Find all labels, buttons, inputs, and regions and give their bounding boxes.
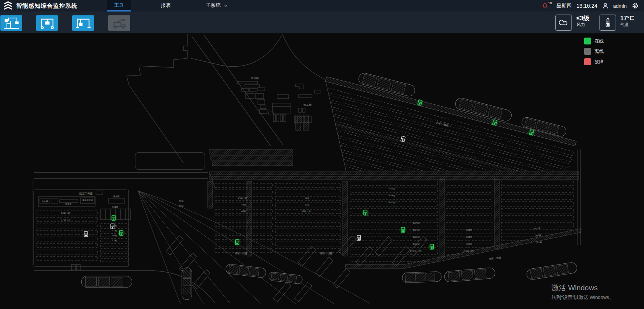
map-label: C01箱（消）	[463, 250, 476, 252]
ship	[81, 276, 132, 288]
equipment-marker-online[interactable]	[110, 215, 117, 222]
ship	[526, 262, 578, 280]
legend-item: 离线	[584, 48, 604, 55]
map-label: B01箱（消）	[410, 250, 423, 252]
map-label: 45箱（2F）	[238, 197, 249, 199]
equipment-marker-online[interactable]	[428, 243, 435, 250]
map-label: 北区一线路	[436, 121, 449, 128]
yard-rows	[501, 181, 573, 261]
user-icon	[603, 3, 608, 9]
watermark-line1: 激活 Windows	[552, 283, 614, 293]
temp-widget: 17°C 气温	[620, 15, 634, 27]
rail-platform	[166, 236, 183, 255]
map-label: C04箱	[466, 229, 472, 231]
notification-count-badge: 18	[548, 1, 552, 5]
yard-rows	[215, 183, 272, 253]
rail-platform	[273, 283, 291, 302]
legend-item: 故障	[584, 58, 604, 65]
rtg-crane-icon	[39, 16, 56, 30]
rail-platform	[392, 247, 410, 266]
rail-platform	[298, 247, 315, 266]
rail-platform	[333, 269, 350, 288]
map-label: B02箱	[413, 243, 420, 245]
equipment-marker-offline[interactable]	[84, 232, 88, 237]
container-truck-button[interactable]	[108, 15, 130, 31]
map-label: B04箱	[413, 229, 420, 231]
rtg-crane-button[interactable]	[36, 15, 58, 31]
chevron-down-icon	[224, 0, 228, 11]
map-label: D01箱	[535, 241, 542, 243]
quay-crane-icon	[3, 16, 20, 30]
map-label: 南区一线路	[489, 256, 502, 261]
equipment-marker-online[interactable]	[400, 227, 406, 233]
map-label: 集装箱维修	[82, 199, 93, 201]
weekday-label: 星期四	[556, 2, 571, 9]
legend-label: 故障	[594, 59, 604, 65]
rmg-crane-icon	[75, 16, 92, 30]
legend-swatch	[584, 38, 591, 44]
temp-widget-box	[599, 15, 616, 31]
map-label: 14箱	[112, 234, 117, 237]
username: admin	[613, 3, 627, 9]
tab-reports[interactable]: 报表	[154, 0, 178, 12]
ship	[268, 272, 303, 284]
rail-platform	[294, 283, 312, 302]
map-label: B05箱	[413, 222, 420, 224]
legend-swatch	[584, 48, 591, 55]
equipment-marker-offline[interactable]	[401, 136, 405, 142]
rail-platform	[356, 247, 373, 266]
south-quay	[345, 228, 581, 268]
app-logo-icon	[3, 1, 13, 11]
settings-gear-icon[interactable]	[632, 2, 639, 9]
map-label: 疏港二号路	[79, 192, 93, 195]
map-label: D02箱	[535, 234, 542, 237]
map-label: 南区一线路	[235, 252, 248, 255]
map-label: 综合楼	[113, 195, 120, 198]
yard-rows	[350, 181, 438, 261]
map-label: D03箱	[534, 227, 541, 230]
map-label: 54箱	[305, 197, 310, 199]
rmg-crane-button[interactable]	[72, 15, 94, 31]
map-label: 43箱	[241, 210, 246, 212]
map-label: C02箱	[466, 243, 472, 245]
ship	[444, 267, 495, 282]
thermometer-icon	[603, 17, 613, 28]
map-label: A04箱	[389, 194, 396, 197]
main-nav: 主页 报表 子系统	[107, 0, 233, 12]
legend-item: 在线	[584, 38, 604, 44]
watermark-line2: 转到“设置”以激活 Windows。	[552, 294, 614, 301]
container-truck-icon	[111, 16, 128, 30]
coastline	[33, 34, 580, 303]
legend: 在线离线故障	[584, 38, 604, 69]
equipment-marker-online[interactable]	[118, 230, 125, 237]
equipment-marker-online[interactable]	[362, 209, 369, 216]
rail-fan	[138, 173, 370, 304]
map-label: A05箱	[389, 187, 396, 190]
wind-widget: ≤3级 风力	[576, 15, 590, 27]
rail-platform	[410, 237, 427, 256]
windows-activation-watermark: 激活 Windows 转到“设置”以激活 Windows。	[552, 283, 614, 301]
temp-value: 17°C	[620, 15, 634, 22]
map-label: 52箱（消）	[302, 210, 313, 213]
map-label: 施工棚	[304, 104, 312, 107]
app-title: 智能感知综合监控系统	[16, 2, 78, 10]
map-label: 53箱	[305, 204, 310, 206]
tab-home[interactable]: 主页	[107, 0, 131, 12]
tab-subsystems[interactable]: 子系统	[200, 0, 233, 12]
tab-subsystems-label: 子系统	[206, 2, 221, 8]
map-label: 工具房	[65, 203, 72, 205]
port-map[interactable]: 北区一线路疏港二号路南区一线路南区一线路南区一线路综合楼施工棚办公楼工具房集装箱…	[0, 33, 644, 309]
brand: 智能感知综合监控系统	[0, 1, 78, 11]
rail-platform	[315, 257, 333, 276]
road-strips	[208, 115, 579, 258]
equipment-marker-online[interactable]	[234, 239, 241, 246]
wind-widget-box	[555, 15, 572, 31]
ship	[402, 271, 442, 283]
wind-value: ≤3级	[576, 15, 590, 22]
notifications-button[interactable]: 18	[542, 3, 552, 9]
wind-icon	[558, 17, 569, 28]
map-label: A03箱	[389, 201, 396, 204]
quay-crane-button[interactable]	[0, 15, 22, 31]
map-label: 办公楼	[42, 200, 48, 202]
clock: 13:16:24	[576, 3, 598, 9]
